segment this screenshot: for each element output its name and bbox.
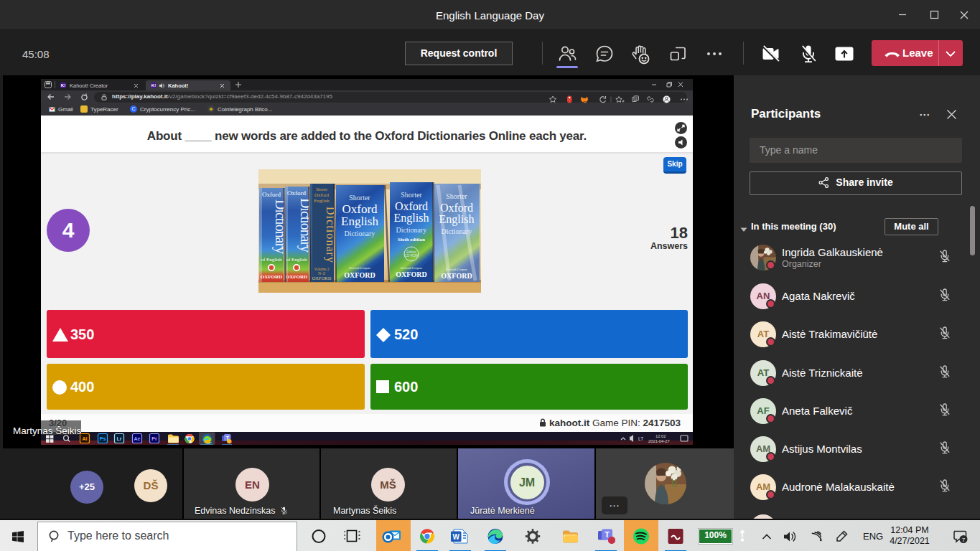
svg-text:Lr: Lr <box>117 436 122 441</box>
svg-text:OXFORD: OXFORD <box>286 274 307 280</box>
svg-text:Shorter: Shorter <box>349 194 370 202</box>
svg-text:Oxford Corpus: Oxford Corpus <box>401 266 422 270</box>
svg-text:Sixth edition: Sixth edition <box>398 237 425 242</box>
svg-text:7: 7 <box>962 537 966 543</box>
svg-text:Dictionary: Dictionary <box>396 226 427 234</box>
svg-text:Ps: Ps <box>100 436 106 441</box>
svg-text:Shorter: Shorter <box>401 191 422 199</box>
svg-text:Oxford: Oxford <box>440 202 473 214</box>
svg-text:Ai: Ai <box>83 436 88 441</box>
svg-text:2021-04-27: 2021-04-27 <box>648 439 670 443</box>
svg-text:Dictionary: Dictionary <box>345 230 375 237</box>
svg-text:of English: of English <box>286 257 307 263</box>
svg-text:OXFORD: OXFORD <box>312 276 332 281</box>
svg-text:Shorter: Shorter <box>446 192 467 200</box>
svg-text:English: English <box>314 198 330 204</box>
svg-text:Oxford: Oxford <box>314 192 330 198</box>
svg-text:Shorter: Shorter <box>316 187 327 192</box>
svg-text:Ae: Ae <box>134 436 141 441</box>
svg-text:Pr: Pr <box>151 436 157 441</box>
svg-text:OXFORD: OXFORD <box>441 272 472 280</box>
svg-text:English: English <box>394 212 429 225</box>
svg-text:English: English <box>341 215 378 228</box>
svg-text:OXFORD: OXFORD <box>344 271 375 279</box>
svg-text:W: W <box>452 532 459 540</box>
svg-text:T: T <box>605 530 610 539</box>
svg-text:LT: LT <box>638 436 643 441</box>
svg-text:Oxford: Oxford <box>287 189 306 197</box>
svg-text:Oxford: Oxford <box>395 200 428 212</box>
svg-text:CD-ROM: CD-ROM <box>405 254 419 258</box>
svg-text:Oxford Corpus: Oxford Corpus <box>349 266 370 270</box>
svg-text:OXFORD: OXFORD <box>261 274 282 280</box>
svg-text:of English: of English <box>261 257 282 263</box>
svg-text:Oxford: Oxford <box>262 191 281 198</box>
svg-text:OXFORD: OXFORD <box>396 270 426 278</box>
svg-text:12:02: 12:02 <box>655 434 666 438</box>
